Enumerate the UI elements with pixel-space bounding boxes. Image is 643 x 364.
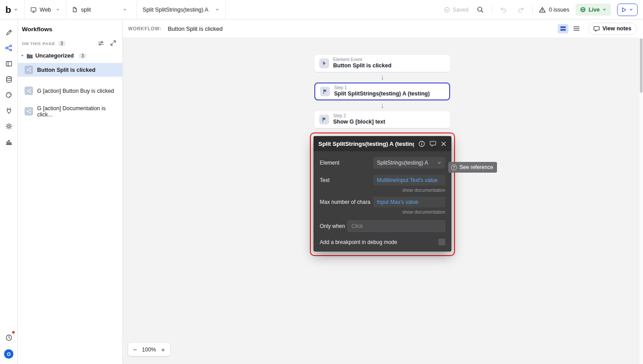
modal-titlebar[interactable]: Split SplitStrings(testing) A (testing) [313,136,451,151]
logs-tab[interactable] [2,134,16,149]
folder-uncategorized[interactable]: Uncategorized 3 [18,53,122,59]
expand-icon [110,40,116,46]
breakpoint-checkbox[interactable] [438,239,445,245]
redo-icon [517,6,524,13]
filter-button[interactable] [98,40,104,46]
redo-button[interactable] [515,4,526,15]
plug-icon [5,107,13,114]
close-icon [441,141,447,147]
max-expression-field[interactable]: Input Max's value [373,197,445,207]
zoom-level: 100% [142,347,156,353]
workflow-node-icon [25,87,33,95]
event-node[interactable]: Element Event Button Split is clicked [314,55,450,72]
action-flag-icon [319,115,329,124]
live-label: Live [589,7,600,13]
workflows-panel: Workflows ON THIS PAGE 3 Uncategorized 3 [18,20,123,364]
search-button[interactable] [475,4,485,15]
workflow-tab[interactable] [2,41,16,55]
help-button[interactable] [2,330,16,345]
workflow-item[interactable]: G [action] Documentation is click... [18,104,122,118]
scope-label: ON THIS PAGE [22,41,55,46]
undo-button[interactable] [498,4,509,15]
components-tab[interactable] [2,56,16,71]
workflow-item[interactable]: Button Split is clicked [18,63,122,77]
cards-view-icon [560,26,566,31]
workflow-node-icon [25,107,33,116]
zoom-out-button[interactable]: − [133,346,137,353]
data-tab[interactable] [2,72,16,87]
page-dropdown[interactable]: split [66,0,133,19]
history-icon [5,334,13,341]
zoom-control: − 100% + [128,343,170,356]
show-documentation-link[interactable]: show documentation [320,187,445,193]
settings-tab[interactable] [2,119,16,133]
workflow-dropdown-label: Split SplitStrings(testing) A ... [142,7,210,13]
undo-icon [500,6,507,13]
comment-icon [593,26,600,32]
action-properties-modal: Split SplitStrings(testing) A (testing) … [313,136,451,252]
max-characters-label: Max number of chara [320,199,373,205]
user-avatar[interactable]: O [4,349,13,359]
only-when-label: Only when [320,223,347,229]
chevron-down-icon [602,8,606,12]
preview-button[interactable] [617,4,638,16]
info-button[interactable] [418,141,425,147]
search-icon [477,6,484,13]
panel-title: Workflows [18,26,122,33]
close-button[interactable] [441,141,447,147]
warning-icon [539,7,546,13]
check-circle-icon [444,7,450,13]
see-reference-tooltip[interactable]: ? See reference [448,162,497,173]
sliders-icon [98,40,104,46]
scrollbar-thumb[interactable] [640,38,643,93]
workflow-name: Button Split is clicked [168,25,223,32]
environment-dropdown[interactable]: Web [24,0,66,19]
only-when-input[interactable] [347,220,445,232]
workflow-label: WORKFLOW: [128,26,162,31]
workflow-node-icon [25,66,33,74]
palette-icon [5,91,13,99]
step-1-node[interactable]: Step 1 Split SplitStrings(testing) A (te… [314,83,450,100]
styles-tab[interactable] [2,87,16,102]
topbar: b Web split Split SplitStrings(testing) … [0,0,643,20]
live-button[interactable]: Live [576,4,611,16]
issues-label: 0 issues [549,7,569,13]
board-view-toggle[interactable] [558,24,568,33]
element-event-icon [319,58,329,68]
list-view-toggle[interactable] [571,24,582,33]
question-circle-icon: ? [451,165,457,170]
plugins-tab[interactable] [2,103,16,118]
page-label: split [81,7,118,13]
chevron-down-icon [123,8,127,12]
chevron-down-icon [629,8,633,12]
info-icon [418,141,425,147]
folder-count-badge: 3 [79,53,87,59]
issues-button[interactable]: 0 issues [539,7,569,13]
text-expression-field[interactable]: MultilineInput Text's value [373,175,445,186]
workflow-item-label: G [action] Documentation is click... [37,105,122,118]
bubble-logo-menu[interactable]: b [0,0,24,19]
element-label: Element [320,160,373,166]
design-tab[interactable] [2,25,16,40]
workflow-node-stack: Element Event Button Split is clicked ↓ … [314,55,450,128]
workflow-dropdown[interactable]: Split SplitStrings(testing) A ... [136,0,225,19]
notification-dot [12,331,15,334]
comment-button[interactable] [430,141,436,147]
node-title: Split SplitStrings(testing) A (testing) [334,91,430,98]
folder-label: Uncategorized [35,53,74,59]
step-2-node[interactable]: Step 2 Show G [block] text [314,111,450,128]
arrow-down-icon: ↓ [380,100,384,111]
element-dropdown[interactable]: SplitStrings(testing) A [373,157,445,169]
chevron-down-icon [215,8,219,12]
show-documentation-link[interactable]: show documentation [320,209,445,215]
workflow-item[interactable]: G [action] Button Buy is clicked [18,84,122,98]
comment-icon [430,141,436,147]
see-reference-label: See reference [459,164,493,170]
vertical-scrollbar[interactable] [639,37,643,364]
canvas-body[interactable]: Element Event Button Split is clicked ↓ … [123,37,643,364]
pencil-icon [5,29,13,36]
node-title: Show G [block] text [333,119,385,126]
view-notes-button[interactable]: View notes [588,23,637,35]
expand-button[interactable] [110,40,116,46]
zoom-in-button[interactable]: + [161,346,165,353]
